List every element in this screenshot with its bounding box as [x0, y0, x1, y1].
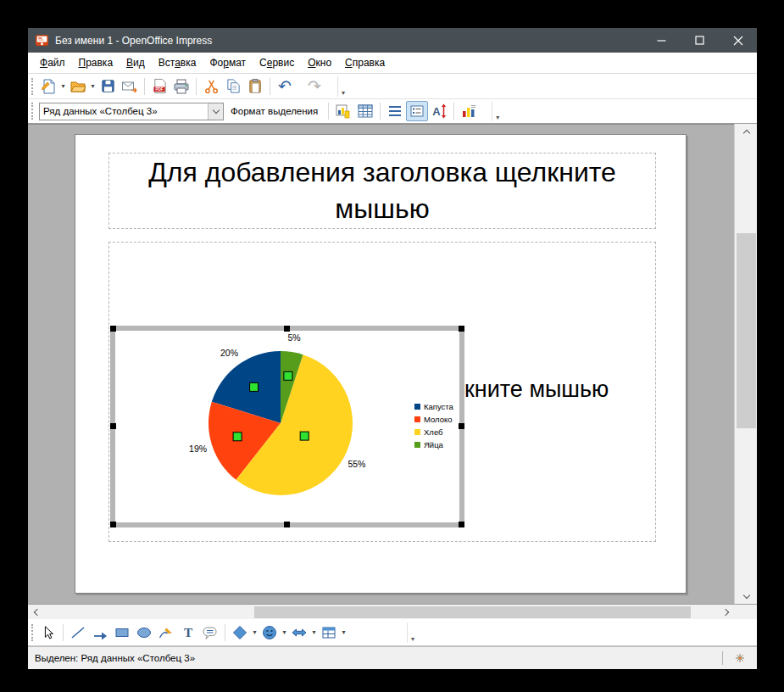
copy-button[interactable]	[222, 76, 244, 97]
new-document-button[interactable]	[37, 76, 59, 97]
menu-item-Справка[interactable]: Справка	[338, 54, 392, 71]
table-button[interactable]	[318, 622, 340, 643]
resize-handle-middle-right[interactable]	[459, 423, 464, 429]
close-button[interactable]	[719, 28, 757, 53]
chart-area[interactable]: 20%19%55%5% КапустаМолокоХлебЯйца	[115, 331, 459, 522]
toolbar-separator	[63, 624, 64, 641]
data-label: 5%	[288, 332, 301, 343]
svg-text:PDF: PDF	[155, 87, 163, 92]
cut-icon	[203, 78, 220, 94]
table-dropdown[interactable]: ▾	[340, 628, 348, 636]
export-pdf-icon: PDF	[152, 78, 168, 94]
rectangle-icon	[114, 624, 131, 641]
chart-legend[interactable]: КапустаМолокоХлебЯйца	[414, 400, 453, 451]
toolbar-separator	[453, 103, 454, 120]
menu-item-Формат[interactable]: Формат	[203, 54, 253, 71]
menu-item-Вид[interactable]: Вид	[120, 54, 152, 71]
title-placeholder[interactable]: Для добавления заголовка щелкните мышью	[108, 153, 656, 229]
format-selection-button[interactable]: Формат выделения	[224, 103, 325, 119]
scale-text-button[interactable]: A	[428, 101, 450, 121]
menu-item-Сервис[interactable]: Сервис	[253, 54, 301, 71]
basic-shapes-dropdown[interactable]: ▾	[251, 628, 259, 636]
chart-toolbar-options-button[interactable]: ▾	[492, 101, 503, 121]
legend-item: Яйца	[414, 438, 453, 451]
drawing-toolbar-options-button[interactable]: ▾	[407, 622, 418, 643]
menu-item-Окно[interactable]: Окно	[301, 54, 338, 71]
rectangle-tool-button[interactable]	[111, 622, 133, 643]
series-selection-handle[interactable]	[233, 432, 242, 441]
cut-button[interactable]	[200, 76, 222, 97]
legend-label: Хлеб	[424, 427, 443, 437]
redo-icon: ↷	[308, 78, 321, 94]
vertical-scrollbar-thumb[interactable]	[737, 233, 756, 428]
basic-shapes-button[interactable]	[229, 622, 251, 643]
combo-dropdown-button[interactable]	[208, 103, 223, 120]
resize-handle-bottom-right[interactable]	[459, 522, 464, 527]
resize-handle-top-left[interactable]	[110, 326, 116, 332]
chart-object[interactable]: 20%19%55%5% КапустаМолокоХлебЯйца	[110, 326, 464, 527]
menu-item-Файл[interactable]: Файл	[33, 54, 72, 71]
legend-label: Яйца	[424, 440, 443, 449]
scroll-left-button[interactable]	[28, 605, 43, 620]
resize-handle-bottom-middle[interactable]	[284, 522, 290, 527]
resize-handle-middle-left[interactable]	[110, 423, 116, 429]
slide-canvas[interactable]: Для добавления заголовка щелкните мышью …	[75, 134, 687, 594]
ellipse-tool-button[interactable]	[133, 622, 155, 643]
text-tool-button[interactable]: T	[177, 622, 199, 643]
horizontal-grids-button[interactable]	[384, 101, 406, 121]
legend-item: Капуста	[414, 400, 453, 413]
line-tool-button[interactable]	[67, 622, 89, 643]
select-tool-button[interactable]	[37, 622, 59, 643]
scroll-up-button[interactable]	[735, 124, 758, 139]
series-selection-handle[interactable]	[300, 432, 309, 440]
titlebar[interactable]: Без имени 1 - OpenOffice Impress	[28, 28, 757, 53]
series-selection-handle[interactable]	[284, 371, 292, 380]
freeform-line-tool-button[interactable]	[155, 622, 177, 643]
window-title: Без имени 1 - OpenOffice Impress	[55, 35, 212, 47]
paste-button[interactable]	[244, 76, 266, 97]
scroll-right-button[interactable]	[719, 605, 734, 620]
maximize-button[interactable]	[681, 28, 719, 53]
email-button[interactable]	[119, 76, 141, 97]
scroll-down-button[interactable]	[735, 589, 758, 604]
symbol-shapes-dropdown[interactable]: ▾	[281, 628, 288, 636]
arrow-line-tool-button[interactable]	[89, 622, 111, 643]
series-selection-handle[interactable]	[250, 382, 259, 391]
toolbar-grip[interactable]	[31, 78, 33, 95]
chart-data-table-button[interactable]	[354, 101, 376, 121]
menu-item-Правка[interactable]: Правка	[72, 54, 120, 71]
minimize-icon	[657, 36, 666, 45]
save-button[interactable]	[97, 76, 119, 97]
toolbar-grip[interactable]	[31, 103, 33, 120]
export-pdf-button[interactable]: PDF	[148, 76, 170, 97]
block-arrows-button[interactable]	[288, 622, 310, 643]
redo-button[interactable]: ↷	[303, 76, 325, 97]
minimize-button[interactable]	[642, 28, 681, 53]
new-document-dropdown[interactable]: ▾	[59, 82, 67, 90]
symbol-shapes-button[interactable]	[259, 622, 281, 643]
vertical-scrollbar[interactable]	[734, 124, 757, 604]
open-button[interactable]	[67, 76, 89, 97]
standard-toolbar: ▾ ▾ PDF ↶ ↷	[28, 74, 757, 99]
resize-handle-bottom-left[interactable]	[110, 522, 116, 527]
horizontal-scrollbar-thumb[interactable]	[254, 606, 691, 618]
callout-tool-button[interactable]	[199, 622, 221, 643]
table-icon	[320, 624, 337, 641]
standard-toolbar-options-button[interactable]: ▾	[337, 76, 348, 97]
block-arrows-dropdown[interactable]: ▾	[310, 628, 318, 636]
resize-handle-top-right[interactable]	[459, 326, 464, 332]
chart-element-select[interactable]: Ряд данных «Столбец 3»	[39, 103, 224, 120]
automatic-layout-button[interactable]	[458, 101, 480, 121]
legend-label: Молоко	[424, 415, 453, 424]
menu-item-Вставка[interactable]: Вставка	[152, 54, 203, 71]
horizontal-scrollbar[interactable]	[28, 604, 757, 619]
resize-handle-top-middle[interactable]	[284, 326, 290, 332]
open-dropdown[interactable]: ▾	[89, 82, 97, 90]
legend-on-off-button[interactable]	[406, 101, 428, 121]
print-button[interactable]	[170, 76, 192, 97]
pie-chart-svg[interactable]: 20%19%55%5%	[115, 331, 459, 522]
toolbar-grip[interactable]	[31, 624, 33, 641]
workspace: Для добавления заголовка щелкните мышью …	[28, 124, 734, 604]
undo-button[interactable]: ↶	[274, 76, 296, 97]
chart-type-button[interactable]	[332, 101, 354, 121]
